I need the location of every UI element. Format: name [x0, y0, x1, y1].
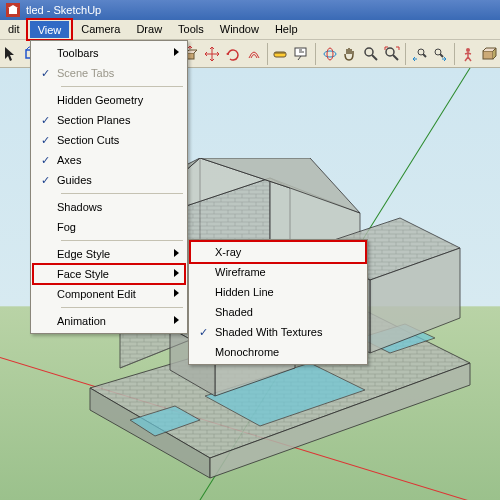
tape-measure-icon[interactable]	[272, 43, 291, 65]
prev-view-icon[interactable]	[410, 43, 429, 65]
check-icon	[33, 154, 57, 167]
menu-fog[interactable]: Fog	[33, 217, 185, 237]
get-models-icon[interactable]	[479, 43, 498, 65]
text-icon[interactable]	[293, 43, 312, 65]
menu-section-planes[interactable]: Section Planes	[33, 110, 185, 130]
highlight-view-menu: View	[26, 18, 74, 41]
menu-window[interactable]: Window	[212, 20, 267, 39]
menu-section-cuts[interactable]: Section Cuts	[33, 130, 185, 150]
menubar[interactable]: dit View Camera Draw Tools Window Help	[0, 20, 500, 40]
move-icon[interactable]	[203, 43, 222, 65]
zoom-extents-icon[interactable]	[382, 43, 401, 65]
menu-guides[interactable]: Guides	[33, 170, 185, 190]
menu-camera[interactable]: Camera	[73, 20, 128, 39]
menu-shadows[interactable]: Shadows	[33, 197, 185, 217]
menu-tools[interactable]: Tools	[170, 20, 212, 39]
toolbar-separator	[315, 43, 316, 65]
menu-edit[interactable]: dit	[0, 20, 28, 39]
menu-hidden-geometry[interactable]: Hidden Geometry	[33, 90, 185, 110]
menu-face-style[interactable]: Face Style	[33, 264, 185, 284]
submenu-arrow-icon	[173, 248, 181, 260]
face-style-submenu[interactable]: X-ray Wireframe Hidden Line Shaded Shade…	[188, 239, 368, 365]
submenu-arrow-icon	[173, 288, 181, 300]
menu-separator	[61, 240, 183, 241]
menu-separator	[61, 193, 183, 194]
next-view-icon[interactable]	[431, 43, 450, 65]
menu-view[interactable]: View	[30, 21, 70, 38]
submenu-xray[interactable]: X-ray	[191, 242, 365, 262]
check-icon	[33, 114, 57, 127]
menu-animation[interactable]: Animation	[33, 311, 185, 331]
check-icon	[33, 134, 57, 147]
menu-component-edit[interactable]: Component Edit	[33, 284, 185, 304]
menu-toolbars[interactable]: Toolbars	[33, 43, 185, 63]
svg-point-12	[386, 48, 394, 56]
svg-point-9	[324, 51, 336, 57]
svg-rect-16	[483, 51, 493, 59]
toolbar-separator	[454, 43, 455, 65]
menu-separator	[61, 307, 183, 308]
submenu-arrow-icon	[173, 47, 181, 59]
submenu-arrow-icon	[173, 315, 181, 327]
submenu-shaded-textures[interactable]: Shaded With Textures	[191, 322, 365, 342]
menu-edge-style[interactable]: Edge Style	[33, 244, 185, 264]
check-icon	[33, 67, 57, 80]
svg-marker-1	[8, 5, 18, 8]
menu-help[interactable]: Help	[267, 20, 306, 39]
toolbar-separator	[405, 43, 406, 65]
check-icon	[191, 326, 215, 339]
submenu-hidden-line[interactable]: Hidden Line	[191, 282, 365, 302]
svg-point-10	[327, 48, 333, 60]
view-dropdown[interactable]: Toolbars Scene Tabs Hidden Geometry Sect…	[30, 40, 188, 334]
submenu-monochrome[interactable]: Monochrome	[191, 342, 365, 362]
svg-point-15	[466, 48, 470, 52]
rotate-icon[interactable]	[223, 43, 242, 65]
check-icon	[33, 174, 57, 187]
person-icon[interactable]	[458, 43, 477, 65]
menu-axes[interactable]: Axes	[33, 150, 185, 170]
window-title: tled - SketchUp	[26, 4, 101, 16]
select-arrow-icon[interactable]	[2, 43, 21, 65]
app-icon	[6, 3, 20, 17]
pan-icon[interactable]	[341, 43, 360, 65]
svg-rect-0	[9, 8, 17, 14]
zoom-icon[interactable]	[362, 43, 381, 65]
menu-separator	[61, 86, 183, 87]
menu-scene-tabs: Scene Tabs	[33, 63, 185, 83]
submenu-shaded[interactable]: Shaded	[191, 302, 365, 322]
submenu-wireframe[interactable]: Wireframe	[191, 262, 365, 282]
offset-icon[interactable]	[244, 43, 263, 65]
menu-draw[interactable]: Draw	[128, 20, 170, 39]
orbit-icon[interactable]	[320, 43, 339, 65]
toolbar-separator	[267, 43, 268, 65]
submenu-arrow-icon	[173, 268, 181, 280]
titlebar: tled - SketchUp	[0, 0, 500, 20]
svg-point-11	[365, 48, 373, 56]
